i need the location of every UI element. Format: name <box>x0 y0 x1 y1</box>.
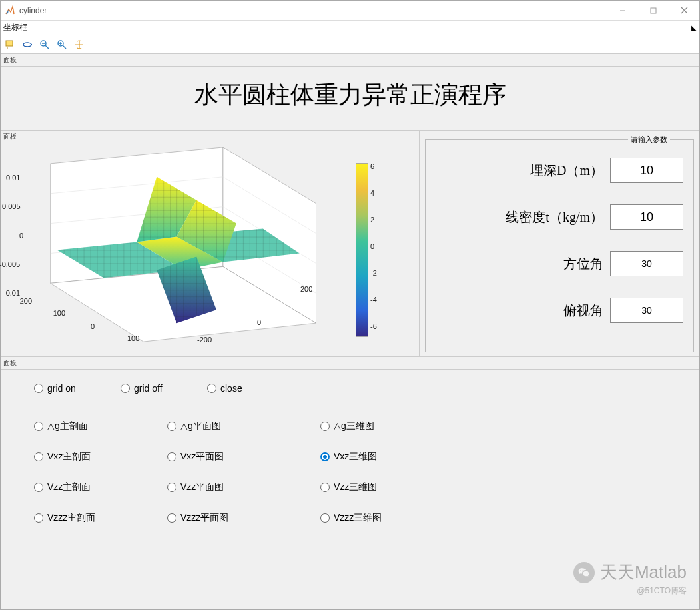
z-tick: 0 <box>19 232 23 240</box>
cbar-tick: -2 <box>370 269 377 277</box>
window-title: cylinder <box>19 6 47 15</box>
menu-item-axes[interactable]: 坐标框 <box>3 22 27 33</box>
menu-overflow-icon[interactable]: ◣ <box>691 24 699 31</box>
radio-icon <box>34 483 43 492</box>
radio-vxz-plan[interactable]: Vxz平面图 <box>167 451 320 463</box>
radio-icon <box>34 452 43 461</box>
radio-vzzz-plan[interactable]: Vzzz平面图 <box>167 512 320 524</box>
cbar-tick: -6 <box>370 322 377 330</box>
param-panel: 请输入参数 埋深D（m） 线密度t（kg/m） 方位角 俯视角 <box>420 131 699 356</box>
radio-icon <box>167 483 176 492</box>
radio-vzz-3d[interactable]: Vzz三维图 <box>320 481 474 493</box>
minimize-button[interactable] <box>607 1 638 21</box>
radio-icon <box>320 483 330 492</box>
elevation-label: 俯视角 <box>563 302 603 320</box>
radio-grid-off[interactable]: grid off <box>121 383 207 394</box>
middle-row: 面板 <box>1 131 699 357</box>
y-tick: 0 <box>257 318 261 326</box>
radio-icon <box>34 384 43 393</box>
zoom-out-icon[interactable] <box>38 38 51 51</box>
radio-icon <box>207 384 216 393</box>
radio-icon <box>167 422 176 431</box>
density-label: 线密度t（kg/m） <box>506 208 603 226</box>
radio-icon <box>34 513 43 523</box>
rotate-3d-icon[interactable] <box>21 38 34 51</box>
z-tick: 0.005 <box>2 202 21 210</box>
params-legend: 请输入参数 <box>628 135 670 145</box>
bottom-panel: 面板 grid on grid off close △g主剖面 △g平 <box>1 357 699 609</box>
svg-rect-34 <box>356 164 368 336</box>
cbar-tick: -4 <box>370 296 377 304</box>
radio-close[interactable]: close <box>207 383 294 394</box>
cbar-tick: 2 <box>370 216 374 224</box>
z-tick: -0.01 <box>3 289 20 297</box>
page-title: 水平圆柱体重力异常正演程序 <box>1 67 699 131</box>
x-tick: 0 <box>91 322 95 330</box>
radio-vzz-profile[interactable]: Vzz主剖面 <box>34 481 167 493</box>
toolbar <box>1 35 699 54</box>
depth-label: 埋深D（m） <box>530 162 603 180</box>
svg-point-6 <box>23 43 31 47</box>
cbar-tick: 0 <box>370 242 374 250</box>
radio-vzzz-profile[interactable]: Vzzz主剖面 <box>34 512 167 524</box>
radio-dg-profile[interactable]: △g主剖面 <box>34 420 167 432</box>
params-fieldset: 请输入参数 埋深D（m） 线密度t（kg/m） 方位角 俯视角 <box>425 135 694 352</box>
z-tick: -0.005 <box>0 260 20 268</box>
radio-grid-on[interactable]: grid on <box>34 383 121 394</box>
radio-vzzz-3d[interactable]: Vzzz三维图 <box>320 512 474 524</box>
radio-dg-3d[interactable]: △g三维图 <box>320 420 474 432</box>
zoom-in-icon[interactable] <box>55 38 69 51</box>
pan-icon[interactable] <box>73 38 86 51</box>
radio-vzz-plan[interactable]: Vzz平面图 <box>167 481 320 493</box>
elevation-input[interactable] <box>610 298 683 323</box>
radio-icon <box>320 513 330 523</box>
x-tick: -100 <box>51 309 65 317</box>
cbar-tick: 4 <box>370 189 374 197</box>
svg-line-9 <box>45 45 49 49</box>
azimuth-input[interactable] <box>610 251 683 276</box>
radio-vxz-3d[interactable]: Vxz三维图 <box>320 451 474 463</box>
radio-icon <box>167 452 176 461</box>
window-controls <box>607 1 699 21</box>
radio-icon <box>320 452 330 461</box>
titlebar: cylinder <box>1 1 699 21</box>
x-tick: 100 <box>127 334 139 342</box>
cbar-tick: 6 <box>370 162 374 170</box>
svg-rect-1 <box>651 8 656 13</box>
panel-label-bottom: 面板 <box>1 357 699 370</box>
menubar: 坐标框 ◣ <box>1 21 699 35</box>
svg-line-13 <box>63 45 66 49</box>
azimuth-label: 方位角 <box>563 255 603 273</box>
axes-3d[interactable]: 0.01 0.005 0 -0.005 -0.01 -200 -100 0 10… <box>1 137 419 356</box>
app-window: cylinder 坐标框 ◣ <box>0 0 700 610</box>
radio-icon <box>34 422 43 431</box>
y-tick: -200 <box>197 336 212 344</box>
svg-rect-4 <box>6 41 13 46</box>
radio-icon <box>320 422 330 431</box>
depth-input[interactable] <box>610 158 683 183</box>
maximize-button[interactable] <box>638 1 669 21</box>
x-tick: -200 <box>17 297 32 305</box>
z-tick: 0.01 <box>6 174 20 182</box>
panel-label-title: 面板 <box>1 54 699 67</box>
density-input[interactable] <box>610 204 683 230</box>
plot-panel: 面板 <box>1 131 420 356</box>
radio-icon <box>121 384 130 393</box>
close-button[interactable] <box>669 1 699 21</box>
radio-vxz-profile[interactable]: Vxz主剖面 <box>34 451 167 463</box>
y-tick: 200 <box>300 285 312 293</box>
matlab-icon <box>5 5 15 16</box>
radio-dg-plan[interactable]: △g平面图 <box>167 420 320 432</box>
radio-icon <box>167 513 176 523</box>
data-cursor-icon[interactable] <box>3 38 17 51</box>
